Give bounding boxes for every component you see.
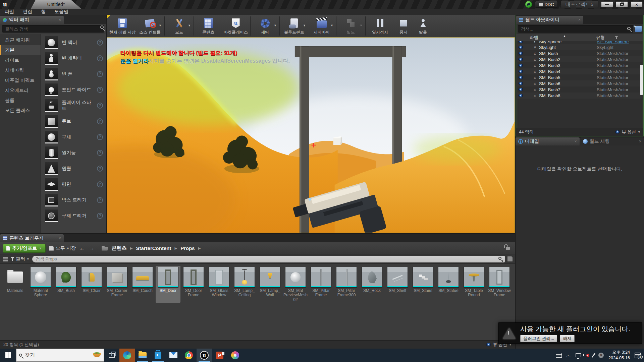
outliner-row-skysphere[interactable]: ◐ Sky Sphere BP_Sky_Sphere xyxy=(516,41,643,44)
place-item-cylinder[interactable]: 원기둥? xyxy=(41,145,106,161)
minimize-button[interactable] xyxy=(601,1,613,7)
action-center-icon[interactable]: 3 xyxy=(635,353,641,358)
category-all-classes[interactable]: 모든 클래스 xyxy=(0,106,41,116)
place-item-cone[interactable]: 원뿔? xyxy=(41,161,106,176)
outliner-view-options[interactable]: 뷰 옵션 ▼ xyxy=(615,129,641,135)
close-button[interactable]: × xyxy=(631,1,643,7)
place-item-sphere[interactable]: 구체? xyxy=(41,129,106,145)
category-recent[interactable]: 최근 배치됨 xyxy=(0,35,41,45)
asset-search-input[interactable] xyxy=(32,256,505,261)
help-icon[interactable]: ? xyxy=(97,181,103,187)
place-item-plane[interactable]: 평면? xyxy=(41,176,106,192)
menu-file[interactable]: 파일 xyxy=(5,9,14,15)
create-folder-icon[interactable] xyxy=(635,26,642,32)
save-level-button[interactable]: 현재 레벨 저장 xyxy=(109,15,136,37)
category-visual-effects[interactable]: 비주얼 이펙트 xyxy=(0,75,41,85)
marketplace-button[interactable]: 마켓플레이스 xyxy=(222,15,250,37)
content-button[interactable]: 콘텐츠 xyxy=(195,15,222,37)
sources-panel-icon[interactable] xyxy=(3,257,8,261)
visibility-eye-icon[interactable] xyxy=(518,94,523,97)
visibility-eye-icon[interactable] xyxy=(518,64,523,67)
visibility-eye-icon[interactable] xyxy=(518,58,523,61)
help-icon[interactable]: ? xyxy=(97,134,103,140)
taskbar-unreal[interactable]: u xyxy=(197,349,212,362)
tab-world-outliner[interactable]: 월드 아웃라이너 × xyxy=(516,16,583,24)
asset-tile[interactable]: SM_Door Frame xyxy=(181,266,206,303)
asset-tile[interactable]: SM_Window Frame xyxy=(487,266,512,303)
filter-button[interactable]: 필터 ▼ xyxy=(11,256,30,262)
manage-plugins-button[interactable]: 플러그인 관리... xyxy=(520,335,557,342)
asset-tile[interactable]: SM_Corner Frame xyxy=(105,266,129,303)
taskbar-chrome[interactable] xyxy=(181,349,197,362)
pen-icon[interactable] xyxy=(591,353,595,357)
level-tab[interactable]: Untitled* xyxy=(31,0,81,9)
asset-tile[interactable]: SM_Mat PreviewMesh 02 xyxy=(283,266,308,303)
asset-tile[interactable]: Material Sphere xyxy=(28,266,53,303)
close-icon[interactable]: × xyxy=(59,236,61,241)
outliner-row[interactable]: ⌂ SM_Bush4 StaticMeshActor xyxy=(516,68,643,74)
help-icon[interactable]: ? xyxy=(97,55,103,61)
asset-tile[interactable]: SM_Couch xyxy=(130,266,155,303)
type-filter-icon[interactable] xyxy=(615,36,618,39)
asset-tile[interactable]: SM_Table Round xyxy=(462,266,486,303)
blueprints-button[interactable]: ▼블루프린트 xyxy=(280,15,308,37)
asset-tile[interactable]: SM_Statue xyxy=(436,266,461,303)
help-icon[interactable]: ? xyxy=(97,103,103,109)
tab-place-actors[interactable]: 액터 배치 × xyxy=(0,16,64,24)
modes-button[interactable]: ▼모드 xyxy=(165,15,193,37)
task-view-button[interactable] xyxy=(104,349,119,362)
start-button[interactable] xyxy=(0,349,16,362)
asset-tile[interactable]: SM_Stairs xyxy=(411,266,435,303)
stop-button[interactable]: 중지 xyxy=(394,15,413,37)
taskbar-edge[interactable] xyxy=(119,349,135,362)
outliner-row[interactable]: ⌂ SM_Bush3 StaticMeshActor xyxy=(516,62,643,68)
taskbar-powerpoint[interactable]: P xyxy=(212,349,227,362)
outliner-row-skylight[interactable]: ☀ SkyLight SkyLight xyxy=(516,44,643,50)
folder-icon[interactable] xyxy=(102,246,108,251)
save-search-icon[interactable] xyxy=(507,256,513,261)
hidden-icons-chevron[interactable]: ︿ xyxy=(567,352,571,358)
outliner-row[interactable]: ⌂ SM_Bush StaticMeshActor xyxy=(516,50,643,56)
visibility-eye-icon[interactable] xyxy=(518,46,523,49)
pause-button[interactable]: 일시정지 xyxy=(366,15,394,37)
tab-content-browser[interactable]: 콘텐츠 브라우저 × xyxy=(0,234,64,242)
asset-tile[interactable]: SM_Shelf xyxy=(385,266,410,303)
asset-tile[interactable]: SM_Pillar Frame300 xyxy=(334,266,359,303)
outliner-row[interactable]: ⌂ SM_Bush5 StaticMeshActor xyxy=(516,74,643,80)
breadcrumb-content[interactable]: 콘텐츠 xyxy=(112,245,127,251)
cinematics-button[interactable]: ▼시네마틱 xyxy=(308,15,335,37)
asset-tile[interactable]: SM_Lamp_ Ceiling xyxy=(232,266,257,303)
taskbar-clock[interactable]: 오후 3:24 2024-05-16 xyxy=(608,350,630,361)
taskbar-file-explorer[interactable] xyxy=(135,349,150,362)
place-item-empty-actor[interactable]: 빈 액터? xyxy=(41,35,106,50)
asset-tile-selected[interactable]: SM_Door xyxy=(156,266,180,303)
help-icon[interactable]: ? xyxy=(97,118,103,124)
category-lights[interactable]: 라이트 xyxy=(0,55,41,65)
outliner-row[interactable]: ⌂ SM_Bush8 StaticMeshActor xyxy=(516,93,643,99)
lock-icon[interactable] xyxy=(506,247,510,250)
eject-button[interactable]: 탈출 xyxy=(413,15,433,37)
level-viewport[interactable]: 라이팅을 다시 빌드해야 합니다 (빌드 필요: 91개) 문을 열거라시지를 … xyxy=(107,37,515,233)
asset-tile[interactable]: SM_Bush xyxy=(54,266,78,303)
network-icon[interactable] xyxy=(576,353,581,357)
outliner-row[interactable]: ⌂ SM_Bush7 StaticMeshActor xyxy=(516,86,643,93)
help-icon[interactable]: ? xyxy=(97,87,103,93)
place-item-point-light[interactable]: 포인트 라이트? xyxy=(41,82,106,98)
settings-button[interactable]: ▼세팅 xyxy=(251,15,279,37)
chevron-down-icon[interactable]: ▼ xyxy=(188,24,191,27)
asset-tile-materials[interactable]: Materials xyxy=(3,266,28,303)
dismiss-button[interactable]: 해제 xyxy=(560,335,575,342)
visibility-eye-icon[interactable] xyxy=(518,76,523,79)
add-import-button[interactable]: 추가/임포트 ▼ xyxy=(3,244,46,253)
chevron-down-icon[interactable]: ▼ xyxy=(274,24,277,27)
breadcrumb-props[interactable]: Props xyxy=(180,245,195,251)
taskbar-mail[interactable] xyxy=(166,349,181,362)
column-type[interactable]: 유형 xyxy=(596,35,605,41)
close-icon[interactable]: × xyxy=(59,17,61,22)
chevron-down-icon[interactable]: ▼ xyxy=(303,24,306,27)
asset-tile[interactable]: SM_Rock xyxy=(360,266,384,303)
tab-details[interactable]: i 디테일 × xyxy=(516,137,580,145)
close-icon[interactable]: × xyxy=(578,17,581,22)
category-volumes[interactable]: 볼륨 xyxy=(0,96,41,106)
place-item-cube[interactable]: 큐브? xyxy=(41,113,106,129)
